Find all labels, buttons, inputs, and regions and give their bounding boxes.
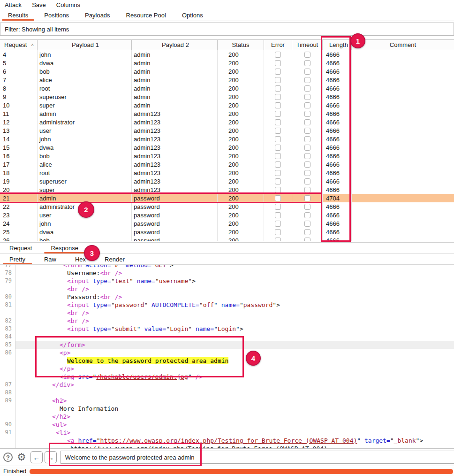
- table-row-request-4[interactable]: 4johnadmin2004666: [0, 50, 454, 59]
- timeout-checkbox[interactable]: [304, 52, 310, 58]
- error-checkbox[interactable]: [275, 153, 281, 159]
- error-checkbox[interactable]: [275, 178, 281, 184]
- column-header-payload-1[interactable]: Payload 1: [38, 40, 132, 50]
- timeout-checkbox[interactable]: [304, 94, 310, 100]
- menu-item-columns[interactable]: Columns: [52, 1, 84, 8]
- cell-request: 22: [0, 202, 38, 211]
- timeout-checkbox[interactable]: [304, 187, 310, 193]
- search-input[interactable]: [61, 451, 454, 464]
- tab-raw[interactable]: Raw: [38, 254, 63, 264]
- column-header-status[interactable]: Status: [218, 40, 264, 50]
- timeout-checkbox[interactable]: [304, 153, 310, 159]
- table-row-request-11[interactable]: 11adminadmin1232004666: [0, 109, 454, 118]
- column-header-payload-2[interactable]: Payload 2: [132, 40, 218, 50]
- gear-icon[interactable]: ⚙: [17, 452, 26, 462]
- table-row-request-21[interactable]: 21adminpassword2004704: [0, 194, 454, 202]
- timeout-checkbox[interactable]: [304, 136, 310, 142]
- column-header-length[interactable]: Length: [323, 40, 352, 50]
- table-row-request-8[interactable]: 8rootadmin2004666: [0, 84, 454, 92]
- timeout-checkbox[interactable]: [304, 161, 310, 168]
- timeout-checkbox[interactable]: [304, 102, 310, 108]
- timeout-checkbox[interactable]: [304, 238, 310, 241]
- table-row-request-7[interactable]: 7aliceadmin2004666: [0, 76, 454, 84]
- help-icon[interactable]: ?: [3, 453, 13, 462]
- timeout-checkbox[interactable]: [304, 69, 310, 75]
- column-header-timeout[interactable]: Timeout: [292, 40, 323, 50]
- timeout-checkbox[interactable]: [304, 145, 310, 151]
- tab-positions[interactable]: Positions: [37, 9, 76, 21]
- error-checkbox[interactable]: [275, 212, 281, 218]
- error-checkbox[interactable]: [275, 204, 281, 210]
- timeout-checkbox[interactable]: [304, 128, 310, 134]
- error-checkbox[interactable]: [275, 161, 281, 168]
- table-row-request-26[interactable]: 26bobpassword2004666: [0, 236, 454, 241]
- error-checkbox[interactable]: [275, 69, 281, 75]
- table-row-request-13[interactable]: 13useradmin1232004666: [0, 126, 454, 135]
- tab-request[interactable]: Request: [3, 243, 38, 253]
- table-row-request-24[interactable]: 24johnpassword2004666: [0, 219, 454, 228]
- error-checkbox[interactable]: [275, 170, 281, 176]
- error-checkbox[interactable]: [275, 136, 281, 142]
- error-checkbox[interactable]: [275, 85, 281, 92]
- tab-response[interactable]: Response: [44, 243, 85, 253]
- error-checkbox[interactable]: [275, 229, 281, 235]
- timeout-checkbox[interactable]: [304, 195, 310, 201]
- response-viewer[interactable]: 77<form action="#" method="GET">78Userna…: [0, 265, 454, 448]
- table-row-request-18[interactable]: 18rootadmin1232004666: [0, 169, 454, 177]
- tab-render[interactable]: Render: [98, 254, 131, 264]
- cell-comment: [352, 135, 454, 143]
- error-checkbox[interactable]: [275, 187, 281, 193]
- timeout-checkbox[interactable]: [304, 119, 310, 125]
- timeout-checkbox[interactable]: [304, 60, 310, 66]
- table-row-request-6[interactable]: 6bobadmin2004666: [0, 67, 454, 76]
- tab-resource-pool[interactable]: Resource Pool: [119, 9, 173, 21]
- table-row-request-17[interactable]: 17aliceadmin1232004666: [0, 160, 454, 169]
- timeout-checkbox[interactable]: [304, 204, 310, 210]
- timeout-checkbox[interactable]: [304, 111, 310, 117]
- error-checkbox[interactable]: [275, 111, 281, 117]
- previous-match-button[interactable]: ←: [30, 451, 43, 463]
- column-header-error[interactable]: Error: [264, 40, 292, 50]
- menu-item-attack[interactable]: Attack: [0, 1, 26, 8]
- timeout-checkbox[interactable]: [304, 212, 310, 218]
- next-match-button[interactable]: →: [45, 451, 57, 463]
- table-row-request-19[interactable]: 19superuseradmin1232004666: [0, 177, 454, 185]
- error-checkbox[interactable]: [275, 221, 281, 227]
- timeout-checkbox[interactable]: [304, 229, 310, 235]
- error-checkbox[interactable]: [275, 52, 281, 58]
- table-row-request-9[interactable]: 9superuseradmin2004666: [0, 92, 454, 101]
- error-checkbox[interactable]: [275, 238, 281, 241]
- table-row-request-10[interactable]: 10superadmin2004666: [0, 101, 454, 109]
- menu-item-save[interactable]: Save: [28, 1, 50, 8]
- tab-pretty[interactable]: Pretty: [3, 254, 32, 264]
- table-row-request-23[interactable]: 23userpassword2004666: [0, 211, 454, 219]
- timeout-checkbox[interactable]: [304, 77, 310, 83]
- timeout-checkbox[interactable]: [304, 170, 310, 176]
- column-header-request[interactable]: Request∧: [0, 40, 38, 50]
- timeout-checkbox[interactable]: [304, 178, 310, 184]
- table-row-request-12[interactable]: 12administratoradmin1232004666: [0, 118, 454, 126]
- table-row-request-20[interactable]: 20superadmin1232004666: [0, 185, 454, 194]
- error-checkbox[interactable]: [275, 195, 281, 201]
- column-header-comment[interactable]: Comment: [352, 40, 454, 50]
- tab-hex[interactable]: Hex: [68, 254, 92, 264]
- error-checkbox[interactable]: [275, 77, 281, 83]
- filter-bar[interactable]: Filter: Showing all items: [0, 23, 454, 36]
- error-checkbox[interactable]: [275, 128, 281, 134]
- table-row-request-25[interactable]: 25dvwapassword2004666: [0, 228, 454, 236]
- tab-payloads[interactable]: Payloads: [78, 9, 117, 21]
- error-checkbox[interactable]: [275, 94, 281, 100]
- error-checkbox[interactable]: [275, 119, 281, 125]
- timeout-checkbox[interactable]: [304, 221, 310, 227]
- error-checkbox[interactable]: [275, 60, 281, 66]
- table-row-request-15[interactable]: 15dvwaadmin1232004666: [0, 143, 454, 152]
- tab-options[interactable]: Options: [175, 9, 210, 21]
- table-row-request-14[interactable]: 14johnadmin1232004666: [0, 135, 454, 143]
- error-checkbox[interactable]: [275, 145, 281, 151]
- table-row-request-22[interactable]: 22administratorpassword2004666: [0, 202, 454, 211]
- table-row-request-5[interactable]: 5dvwaadmin2004666: [0, 59, 454, 67]
- tab-results[interactable]: Results: [1, 9, 35, 21]
- table-row-request-16[interactable]: 16bobadmin1232004666: [0, 152, 454, 160]
- timeout-checkbox[interactable]: [304, 85, 310, 92]
- error-checkbox[interactable]: [275, 102, 281, 108]
